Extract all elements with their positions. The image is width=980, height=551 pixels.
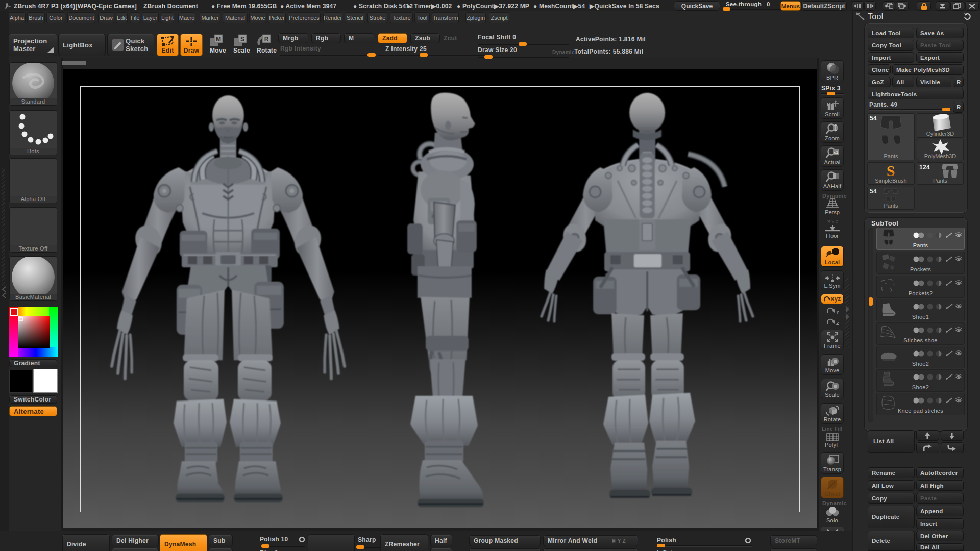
svg-text:x1: x1 <box>833 150 838 155</box>
svg-text:S: S <box>887 163 895 179</box>
svg-text:S: S <box>240 36 244 43</box>
svg-text:M: M <box>216 36 221 43</box>
svg-text:✖ Y Z: ✖ Y Z <box>827 219 838 223</box>
svg-text:Y: Y <box>836 310 839 315</box>
svg-text:R: R <box>264 36 269 43</box>
svg-text:Z: Z <box>836 321 839 326</box>
